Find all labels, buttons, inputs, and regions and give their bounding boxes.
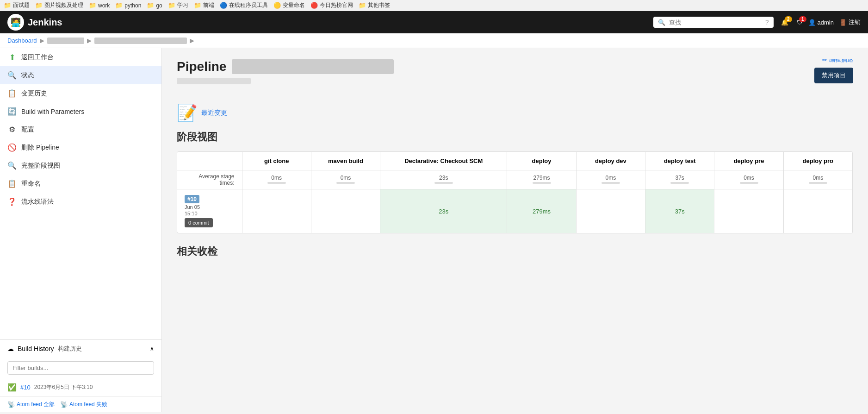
edit-desc-label: 编辑描述: [829, 59, 853, 64]
build-number-badge[interactable]: #10: [185, 195, 199, 203]
bookmark-label: 其他书签: [368, 1, 390, 9]
breadcrumb-level-2: [94, 38, 187, 44]
stage-cell-deploy-pre: [714, 189, 783, 233]
stage-header-checkout-scm: Declarative: Checkout SCM: [380, 152, 507, 170]
chevron-up-icon[interactable]: ∧: [150, 345, 154, 352]
recent-changes-link[interactable]: 最近变更: [201, 109, 227, 117]
logout-button[interactable]: 🚪 注销: [839, 18, 861, 26]
stage-header-deploy: deploy: [507, 152, 576, 170]
atom-feed-fail-label: Atom feed 失败: [69, 401, 107, 408]
bookmark-item-2[interactable]: 📁 图片视频及处理: [35, 1, 83, 9]
question-icon: ❓: [7, 197, 17, 206]
jenkins-logo-icon: 🧑‍💻: [7, 14, 24, 31]
jenkins-logo[interactable]: 🧑‍💻 Jenkins: [7, 14, 62, 31]
build-date: Jun 05: [185, 204, 200, 210]
bookmark-item-10[interactable]: 🔴 今日热榜官网: [310, 1, 353, 9]
build-num-content: #10 Jun 05 15:10: [185, 195, 235, 216]
sidebar-nav: ⬆ 返回工作台 🔍 状态 📋 变更历史 🔄 Build with Paramet…: [0, 48, 161, 339]
gear-icon: ⚙: [7, 125, 17, 134]
folder-icon: 📁: [35, 2, 43, 9]
filter-builds-input[interactable]: [7, 361, 154, 375]
build-history-label: Build History: [18, 345, 54, 352]
sidebar-item-rename[interactable]: 📋 重命名: [0, 175, 161, 193]
sidebar: ⬆ 返回工作台 🔍 状态 📋 变更历史 🔄 Build with Paramet…: [0, 48, 162, 412]
sidebar-item-full-stage[interactable]: 🔍 完整阶段视图: [0, 157, 161, 175]
commit-button[interactable]: 0 commit: [185, 218, 213, 227]
bookmark-item-11[interactable]: 📁 其他书签: [359, 1, 390, 9]
pipeline-title-blurred: [232, 59, 394, 74]
rename-icon: 📋: [7, 179, 17, 188]
avg-label: Average stage times:: [177, 170, 242, 189]
sidebar-item-label: 返回工作台: [21, 53, 54, 62]
sidebar-item-status[interactable]: 🔍 状态: [0, 66, 161, 84]
bookmarks-bar: 📁 面试题 📁 图片视频及处理 📁 work 📁 python 📁 go 📁 学…: [0, 0, 868, 11]
breadcrumb-sep-2: ▶: [87, 37, 92, 44]
sidebar-item-label: 变更历史: [21, 89, 47, 98]
bookmark-label: 图片视频及处理: [44, 1, 83, 9]
stage-cell-git-clone: [242, 189, 311, 233]
pipeline-title: Pipeline: [177, 59, 814, 74]
bookmark-item-4[interactable]: 📁 python: [115, 2, 141, 9]
recent-changes: 📝 最近变更: [177, 103, 853, 123]
atom-feed-all-link[interactable]: 📡 Atom feed 全部: [7, 401, 55, 408]
bookmark-item-5[interactable]: 📁 go: [147, 2, 162, 9]
magnify-icon: 🔍: [7, 71, 17, 80]
sidebar-item-label: Build with Parameters: [21, 108, 84, 115]
breadcrumb-dashboard[interactable]: Dashboard: [7, 37, 37, 44]
sidebar-item-back[interactable]: ⬆ 返回工作台: [0, 48, 161, 66]
cloud-icon: ☁: [7, 345, 14, 352]
sidebar-item-label: 重命名: [21, 180, 41, 188]
search-input[interactable]: [669, 19, 762, 26]
sidebar-item-change-history[interactable]: 📋 变更历史: [0, 84, 161, 102]
breadcrumb-sep-1: ▶: [40, 37, 44, 44]
sidebar-item-label: 完整阶段视图: [21, 162, 60, 170]
sidebar-item-build-with-params[interactable]: 🔄 Build with Parameters: [0, 102, 161, 120]
alert-shield[interactable]: 🛡 1: [797, 19, 803, 26]
pipeline-subtitle-blurred: [177, 78, 251, 84]
help-icon[interactable]: ?: [765, 19, 769, 26]
folder-icon: 📁: [168, 2, 175, 9]
sidebar-item-label: 流水线语法: [21, 198, 54, 206]
sidebar-item-delete[interactable]: 🚫 删除 Pipeline: [0, 138, 161, 157]
bookmark-label: 面试题: [13, 1, 30, 9]
stage-table: git clone maven build Declarative: Check…: [177, 152, 853, 233]
stage-header-maven-build: maven build: [311, 152, 380, 170]
bookmark-item-6[interactable]: 📁 学习: [168, 1, 188, 9]
bookmark-label: work: [98, 2, 110, 9]
bookmark-item-1[interactable]: 📁 面试题: [4, 1, 30, 9]
stage-cell-deploy[interactable]: 279ms: [507, 189, 576, 233]
breadcrumb-level-1: [47, 38, 84, 44]
table-row: #10 Jun 05 15:10 0 commit 23s 279ms 37s: [177, 189, 853, 233]
build-link[interactable]: #10: [20, 384, 31, 391]
notification-bell[interactable]: 🔔 2: [781, 19, 788, 26]
sidebar-item-config[interactable]: ⚙ 配置: [0, 120, 161, 138]
bookmark-item-8[interactable]: 🔵 在线程序员工具: [220, 1, 268, 9]
edit-description-button[interactable]: ✏ 编辑描述: [822, 59, 853, 64]
avg-checkout-scm: 23s: [380, 170, 507, 189]
related-section-title: 相关收检: [177, 245, 853, 258]
user-menu[interactable]: 👤 admin: [808, 19, 834, 26]
header-icons: 🔔 2 🛡 1 👤 admin 🚪 注销: [781, 18, 861, 26]
bookmark-item-7[interactable]: 📁 前端: [194, 1, 214, 9]
jenkins-header: 🧑‍💻 Jenkins 🔍 ? 🔔 2 🛡 1 👤 admin 🚪 注销: [0, 11, 868, 33]
disable-project-button[interactable]: 禁用项目: [814, 68, 853, 83]
atom-feeds: 📡 Atom feed 全部 📡 Atom feed 失败: [0, 396, 161, 412]
avg-git-clone: 0ms: [242, 170, 311, 189]
bookmark-item-9[interactable]: 🟡 变量命名: [273, 1, 305, 9]
stage-header-deploy-dev: deploy dev: [576, 152, 645, 170]
search-box: 🔍 ?: [653, 17, 774, 28]
avg-deploy-dev: 0ms: [576, 170, 645, 189]
atom-feed-fail-link[interactable]: 📡 Atom feed 失败: [60, 401, 107, 408]
stage-cell-checkout-scm[interactable]: 23s: [380, 189, 507, 233]
sidebar-item-syntax[interactable]: ❓ 流水线语法: [0, 193, 161, 211]
pencil-icon: ✏: [822, 59, 827, 63]
pipeline-header-row: ✏ 编辑描述 禁用项目 Pipeline: [177, 59, 853, 92]
bookmark-item-3[interactable]: 📁 work: [89, 2, 110, 9]
build-list: ✅ #10 2023年6月5日 下午3:10: [0, 378, 161, 396]
logout-label: 注销: [849, 18, 861, 26]
username-label: admin: [818, 19, 834, 26]
stage-cell-deploy-test[interactable]: 37s: [645, 189, 714, 233]
stage-header-build: [177, 152, 242, 170]
up-arrow-icon: ⬆: [7, 53, 17, 62]
build-item[interactable]: ✅ #10 2023年6月5日 下午3:10: [0, 380, 161, 395]
